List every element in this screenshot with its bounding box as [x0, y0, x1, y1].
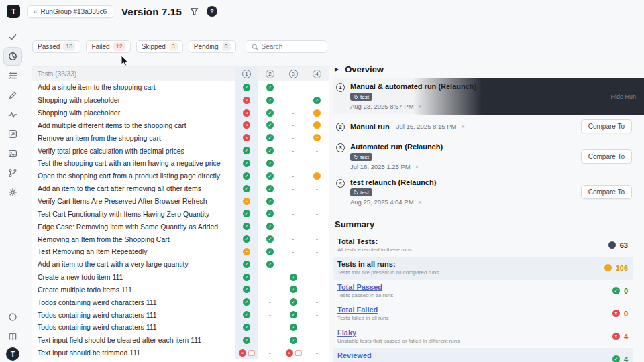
filter-button[interactable] — [189, 6, 200, 17]
status-pass-icon: ✓ — [266, 147, 274, 154]
run-column-header-2[interactable]: 2 — [266, 70, 274, 78]
summary-label[interactable]: Reviewed — [337, 351, 436, 359]
status-cell: ✓ — [235, 258, 258, 271]
status-pass-icon: ✓ — [266, 248, 274, 255]
test-row[interactable]: Shopping with placeholder×✓-✓ — [32, 94, 329, 107]
chip-count-badge: 12 — [113, 42, 125, 51]
status-none: - — [316, 261, 318, 268]
filter-chip-failed[interactable]: Failed12 — [86, 40, 130, 53]
compare-to-button[interactable]: Compare To — [581, 119, 632, 133]
sidebar-item-runs[interactable] — [4, 48, 21, 65]
test-name: Verify Cart Items Are Preserved After Br… — [32, 195, 235, 208]
test-row[interactable]: Remove an item from the shopping cart×✓-… — [32, 131, 329, 144]
sidebar-item-docs[interactable] — [4, 328, 21, 345]
sidebar-item-status[interactable] — [4, 308, 21, 326]
test-row[interactable]: Todos containing weird characters 111✓-✓… — [32, 308, 329, 321]
app-logo[interactable]: T — [7, 5, 20, 18]
status-none: - — [292, 160, 294, 167]
test-row[interactable]: Add an item to the cart with a very larg… — [32, 258, 329, 271]
hide-run-overlay[interactable]: Hide Run — [413, 78, 644, 115]
status-cell: - — [305, 144, 329, 157]
test-name: Removing an Item from the Shopping Cart — [32, 233, 235, 245]
test-row[interactable]: Todos containing weird characters 111✓-✓… — [32, 321, 329, 334]
status-cell: - — [282, 119, 305, 132]
run-item-1[interactable]: 1 Manual & automated run (Relaunch) test… — [333, 78, 633, 114]
filter-chip-passed[interactable]: Passed18 — [32, 40, 80, 53]
test-row[interactable]: Create multiple todo items 111✓-✓- — [32, 284, 329, 296]
test-row[interactable]: Edge Case: Removing Item with Same Quant… — [32, 220, 329, 233]
test-row[interactable]: Add multiple different items to the shop… — [32, 119, 329, 132]
run-item-4[interactable]: 4 test relaunch (Relaunch) test Aug 25, … — [333, 174, 633, 210]
run-column-header-3[interactable]: 3 — [289, 70, 298, 78]
test-row[interactable]: Verify total price calculation with deci… — [32, 144, 329, 157]
sidebar-item-checks[interactable] — [4, 28, 21, 46]
status-none: - — [269, 286, 271, 293]
user-avatar[interactable]: T — [6, 347, 19, 361]
test-row[interactable]: Open the shopping cart from a product li… — [32, 170, 329, 182]
run-column-cell: 4 — [305, 67, 329, 81]
test-row[interactable]: Add a single item to the shopping cart✓✓… — [32, 81, 329, 94]
run-column-header-4[interactable]: 4 — [313, 70, 321, 78]
summary-value-group: ✓0 — [612, 287, 628, 295]
status-none: - — [292, 121, 294, 129]
sidebar-item-test-list[interactable] — [4, 67, 21, 84]
compare-to-button[interactable]: Compare To — [581, 149, 632, 164]
status-cell: × — [282, 347, 305, 359]
status-pass-icon: ✓ — [266, 121, 274, 129]
test-row[interactable]: Removing an Item from the Shopping Cart✓… — [32, 233, 329, 245]
sidebar-item-artifacts[interactable] — [4, 145, 21, 162]
summary-label[interactable]: Total Failed — [337, 306, 388, 314]
comment-indicator-icon[interactable] — [295, 350, 302, 356]
sidebar-item-analytics[interactable] — [4, 106, 21, 123]
status-cell: ✓ — [282, 308, 305, 321]
status-fail-icon: × — [243, 109, 250, 117]
search-input[interactable] — [262, 43, 321, 50]
status-cell: − — [305, 170, 329, 182]
status-cell: × — [235, 347, 258, 359]
remove-run-icon[interactable]: × — [415, 164, 419, 170]
remove-run-icon[interactable]: × — [461, 123, 464, 130]
status-none: - — [292, 172, 294, 180]
help-label: ? — [210, 8, 214, 15]
test-row[interactable]: Test the shopping cart with an item havi… — [32, 157, 329, 170]
test-row[interactable]: Test Cart Functionality with Items Havin… — [32, 207, 329, 220]
summary-label[interactable]: Total Passed — [337, 283, 393, 291]
tag-icon — [354, 190, 358, 195]
run-group-back-button[interactable]: « RunGroup #13a335c6 — [27, 5, 113, 18]
summary-label[interactable]: Flaky — [337, 328, 460, 337]
tests-rows[interactable]: Add a single item to the shopping cart✓✓… — [32, 81, 329, 362]
run-item-3[interactable]: 3 Automated run (Relaunch) test Jul 16, … — [333, 139, 633, 174]
test-row[interactable]: Create a new todo item 111✓-✓- — [32, 271, 329, 284]
comment-indicator-icon[interactable] — [248, 350, 255, 356]
filter-chip-pending[interactable]: Pending0 — [189, 40, 236, 53]
filter-chip-skipped[interactable]: Skipped3 — [136, 40, 183, 53]
run-column-header-1[interactable]: 1 — [242, 70, 251, 78]
sidebar-item-settings[interactable] — [4, 184, 21, 201]
run-item-2[interactable]: 2 Manual run Jul 15, 2025 8:15 PM × Comp… — [333, 114, 633, 139]
overview-pane: ▶ Overview 1 Manual & automated run (Rel… — [329, 23, 644, 362]
test-row[interactable]: Shopping with placeholder×✓-− — [32, 107, 329, 119]
status-cell: ✓ — [235, 233, 258, 245]
status-cell: × — [235, 131, 258, 144]
test-row[interactable]: Test Removing an Item Repeatedly−✓-- — [32, 245, 329, 258]
status-fail-icon: × — [239, 349, 246, 357]
test-row[interactable]: Text input field should be cleared after… — [32, 334, 329, 347]
help-button[interactable]: ? — [207, 6, 217, 17]
sidebar-item-branches[interactable] — [4, 164, 21, 182]
sidebar-item-export[interactable] — [4, 125, 21, 143]
status-none: - — [269, 298, 271, 306]
test-row[interactable]: Todos containing weird characters 111✓-✓… — [32, 296, 329, 308]
test-row[interactable]: Add an item to the cart after removing a… — [32, 182, 329, 195]
test-name: Todos containing weird characters 111 — [32, 296, 235, 308]
status-cell: ✓ — [235, 334, 258, 347]
test-row[interactable]: Text input should be trimmed 111×-×- — [32, 347, 329, 359]
chip-label: Failed — [91, 43, 109, 50]
run-date-wrap: Jul 15, 2025 8:15 PM × — [396, 123, 465, 130]
compare-to-button[interactable]: Compare To — [581, 185, 632, 199]
remove-run-icon[interactable]: × — [419, 199, 422, 206]
test-row[interactable]: Verify Cart Items Are Preserved After Br… — [32, 195, 329, 208]
sidebar-item-edit[interactable] — [4, 86, 21, 104]
status-cell: ✓ — [235, 296, 258, 308]
collapse-panel-icon[interactable]: ▶ — [335, 66, 339, 72]
status-none: - — [292, 185, 294, 192]
